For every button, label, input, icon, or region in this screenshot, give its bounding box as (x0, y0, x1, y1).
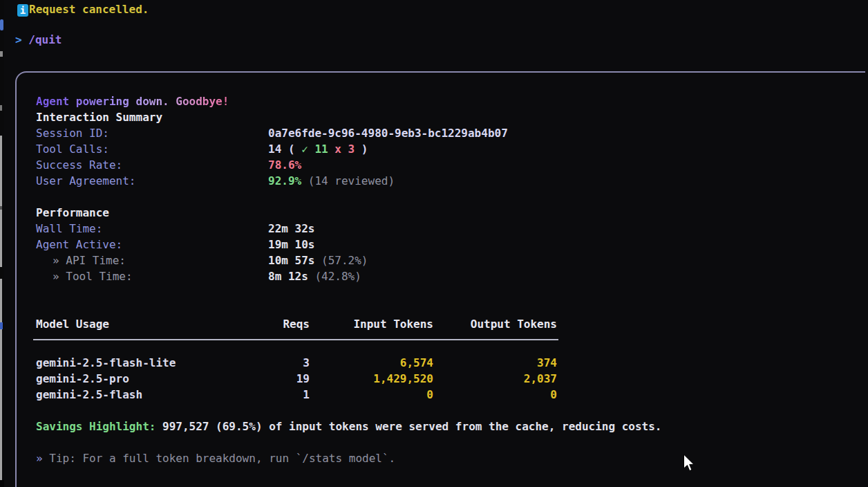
tool-calls-failed: x 3 (328, 143, 355, 156)
wall-time-value: 22m 32s (268, 222, 314, 235)
agent-active-value: 19m 10s (268, 238, 314, 251)
tool-calls-label: Tool Calls: (36, 141, 268, 157)
session-id-label: Session ID: (36, 125, 268, 141)
goodbye-text: Agent powering down. Goodbye! (36, 93, 229, 109)
model-name: gemini-2.5-flash-lite (36, 355, 268, 371)
savings-highlight-text: 997,527 (69.5%) of input tokens were ser… (155, 420, 661, 433)
tool-time-label: » Tool Time: (36, 268, 268, 284)
model-input-tokens: 0 (310, 387, 433, 403)
model-name: gemini-2.5-pro (36, 371, 268, 387)
wall-time-label: Wall Time: (36, 221, 268, 237)
success-rate-label: Success Rate: (36, 157, 268, 173)
tool-calls-total: 14 ( (268, 143, 301, 156)
model-usage-header-row: Model Usage Reqs Input Tokens Output Tok… (36, 316, 865, 332)
model-name: gemini-2.5-flash (36, 387, 268, 403)
api-time-pct: (57.2%) (314, 254, 368, 267)
user-agreement-note: (14 reviewed) (301, 174, 395, 187)
user-agreement-value: 92.9% (268, 174, 301, 187)
output-tokens-header: Output Tokens (433, 316, 557, 332)
tool-calls-success: ✓ 11 (301, 143, 328, 156)
model-output-tokens: 2,037 (433, 371, 557, 387)
table-row: gemini-2.5-pro 19 1,429,520 2,037 (36, 371, 865, 387)
user-agreement-label: User Agreement: (36, 173, 268, 189)
agent-active-row: Agent Active:19m 10s (36, 237, 865, 252)
tip-text: Tip: For a full token breakdown, run `/s… (49, 452, 395, 465)
interaction-summary-title: Interaction Summary (36, 109, 865, 125)
success-rate-value: 78.6% (268, 158, 301, 172)
api-time-value: 10m 57s (268, 254, 314, 267)
savings-highlight-label: Savings Highlight: (36, 420, 155, 433)
model-reqs: 3 (268, 355, 310, 371)
table-row: gemini-2.5-flash-lite 3 6,574 374 (36, 355, 865, 371)
goodbye-line: Agent powering down. Goodbye! (36, 93, 865, 109)
tool-calls-row: Tool Calls:14 ( ✓ 11 x 3 ) (36, 141, 865, 157)
mouse-cursor (683, 454, 695, 477)
session-summary-panel: Agent powering down. Goodbye! Interactio… (15, 71, 865, 487)
notice-text: Request cancelled. (29, 3, 149, 16)
savings-highlight-row: Savings Highlight: 997,527 (69.5%) of in… (36, 419, 865, 434)
tip-prefix: » (36, 452, 49, 465)
reqs-header: Reqs (268, 316, 310, 332)
table-row: gemini-2.5-flash 1 0 0 (36, 387, 865, 403)
model-input-tokens: 1,429,520 (310, 371, 433, 387)
terminal-viewport: iRequest cancelled. > /quit Agent poweri… (0, 0, 865, 487)
request-cancelled-notice: iRequest cancelled. (17, 1, 149, 17)
table-divider-row (36, 339, 865, 355)
model-input-tokens: 6,574 (310, 355, 433, 371)
tool-calls-suffix: ) (355, 143, 368, 156)
api-time-row: » API Time:10m 57s (57.2%) (36, 252, 865, 268)
model-reqs: 19 (268, 371, 310, 387)
success-rate-row: Success Rate:78.6% (36, 157, 865, 173)
session-id-row: Session ID:0a7e6fde-9c96-4980-9eb3-bc122… (36, 125, 865, 141)
model-output-tokens: 0 (433, 387, 557, 403)
model-reqs: 1 (268, 387, 310, 403)
agent-active-label: Agent Active: (36, 237, 268, 252)
table-divider (33, 339, 558, 340)
model-usage-title: Model Usage (36, 316, 268, 332)
model-output-tokens: 374 (433, 355, 557, 371)
input-tokens-header: Input Tokens (310, 316, 433, 332)
info-icon: i (17, 4, 28, 17)
tool-time-pct: (42.8%) (308, 270, 361, 283)
tool-time-row: » Tool Time:8m 12s (42.8%) (36, 268, 865, 284)
tool-time-value: 8m 12s (268, 270, 308, 283)
wall-time-row: Wall Time:22m 32s (36, 221, 865, 237)
prompt-symbol: > (15, 33, 28, 46)
api-time-label: » API Time: (36, 252, 268, 268)
prompt-line: > /quit (15, 32, 62, 48)
performance-title: Performance (36, 205, 865, 221)
quit-command: /quit (28, 33, 62, 46)
user-agreement-row: User Agreement:92.9% (14 reviewed) (36, 173, 865, 189)
tip-row: » Tip: For a full token breakdown, run `… (36, 450, 865, 466)
session-id-value: 0a7e6fde-9c96-4980-9eb3-bc1229ab4b07 (268, 127, 508, 140)
